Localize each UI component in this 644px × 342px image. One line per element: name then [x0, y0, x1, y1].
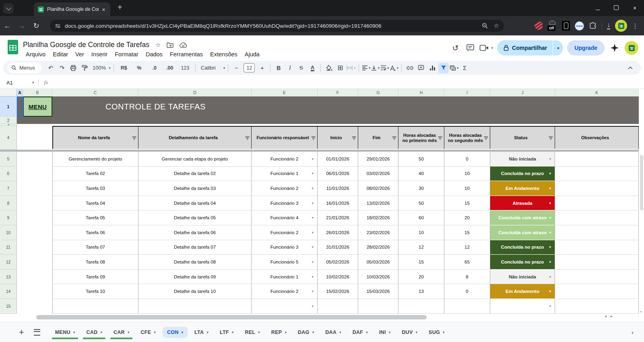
tab-close-icon[interactable]: × — [102, 6, 105, 13]
notes-cell[interactable] — [555, 270, 639, 284]
row-header-11[interactable]: 11 — [0, 240, 17, 255]
employee-cell[interactable]: Funcionário 5▾ — [252, 255, 318, 270]
notes-cell[interactable] — [555, 225, 639, 240]
fill-color-button[interactable] — [324, 63, 334, 73]
sheet-tab-cad[interactable]: CAD▾ — [82, 327, 107, 338]
sheets-logo-icon[interactable] — [7, 39, 19, 56]
header-hours-month2[interactable]: Horas alocadas no segundo mês — [444, 127, 490, 149]
start-date-cell[interactable]: 16/01/2026 — [318, 196, 358, 211]
filter-views-button[interactable]: ▾ — [450, 65, 459, 71]
move-folder-icon[interactable] — [167, 42, 173, 48]
hours-month2-cell[interactable]: 12 — [444, 240, 490, 255]
notes-cell[interactable] — [555, 284, 639, 299]
dropdown-arrow-icon[interactable]: ▾ — [549, 186, 551, 190]
sheet-tab-menu-icon[interactable]: ▾ — [339, 330, 341, 334]
column-header-e[interactable]: E — [252, 89, 318, 97]
employee-cell[interactable]: Funcionário 1▾ — [252, 167, 318, 181]
filter-icon[interactable] — [132, 134, 136, 142]
sheet-tab-dag[interactable]: DAG▾ — [293, 327, 318, 338]
end-date-cell[interactable]: 13/02/2026 — [358, 196, 398, 211]
header-status[interactable]: Status — [490, 127, 555, 149]
downloads-icon[interactable]: ↓ — [607, 22, 610, 29]
row-header-7[interactable]: 7 — [0, 181, 17, 196]
increase-decimals-button[interactable]: .00 — [163, 63, 177, 73]
sheet-tab-menu[interactable]: MENU▾ — [51, 327, 80, 338]
dropdown-arrow-icon[interactable]: ▾ — [549, 245, 551, 249]
sheet-tab-menu-icon[interactable]: ▾ — [416, 330, 418, 334]
sheet-tab-car[interactable]: CAR▾ — [109, 327, 134, 338]
dropdown-arrow-icon[interactable]: ▾ — [312, 157, 314, 161]
sheet-tab-menu-icon[interactable]: ▾ — [73, 330, 75, 334]
notes-cell[interactable] — [555, 152, 639, 167]
insert-link-button[interactable] — [405, 63, 415, 73]
filter-icon[interactable] — [392, 134, 396, 142]
hours-month1-cell[interactable]: 13 — [398, 284, 444, 299]
hours-month1-cell[interactable]: 30 — [398, 181, 444, 196]
dropdown-arrow-icon[interactable]: ▾ — [312, 260, 314, 264]
row-header-1[interactable]: 1 — [0, 97, 17, 117]
sheet-tab-rel[interactable]: REL▾ — [240, 327, 264, 338]
filter-icon[interactable] — [438, 134, 442, 142]
row-header-9[interactable]: 9 — [0, 210, 17, 225]
extension-icon[interactable] — [535, 22, 543, 30]
end-date-cell[interactable]: 28/02/2026 — [358, 240, 398, 255]
hours-month2-cell[interactable]: 65 — [444, 255, 490, 270]
dropdown-arrow-icon[interactable]: ▾ — [549, 216, 551, 220]
version-history-icon[interactable]: ↺ — [450, 43, 462, 53]
filter-icon[interactable] — [311, 134, 316, 142]
back-button[interactable]: ← — [0, 22, 14, 30]
sheet-tab-menu-icon[interactable]: ▾ — [366, 330, 368, 334]
extension-phone-icon[interactable] — [562, 21, 570, 31]
dropdown-arrow-icon[interactable]: ▾ — [549, 231, 551, 235]
dropdown-arrow-icon[interactable]: ▾ — [549, 201, 551, 205]
share-dropdown-button[interactable]: ▾ — [553, 40, 563, 56]
filter-icon[interactable] — [484, 134, 488, 142]
font-select[interactable]: Calibri ▾ — [198, 65, 225, 71]
extension-off-icon[interactable]: Off — [547, 21, 557, 31]
comments-icon[interactable] — [466, 44, 475, 52]
sheet-tab-menu-icon[interactable]: ▾ — [312, 330, 314, 334]
row-header-4[interactable]: 4 — [0, 126, 17, 150]
status-cell[interactable]: Concluída no prazo▾ — [490, 167, 555, 181]
dropdown-arrow-icon[interactable]: ▾ — [549, 304, 551, 308]
notes-cell[interactable] — [555, 255, 639, 270]
scrollbar-up-arrow[interactable]: ▴ — [640, 309, 642, 313]
sheet-tab-menu-icon[interactable]: ▾ — [154, 330, 156, 334]
document-title[interactable]: Planilha Goosgle de Controle de Tarefas — [23, 41, 149, 49]
status-cell[interactable]: Concluída com atraso▾ — [490, 210, 555, 225]
menu-dados[interactable]: Dados — [142, 50, 166, 58]
sheet-tab-daa[interactable]: DAA▾ — [321, 327, 346, 338]
status-cell[interactable]: Em Andamento▾ — [490, 284, 555, 299]
status-cell[interactable]: Não iniciada▾ — [490, 270, 555, 284]
notes-cell[interactable] — [555, 299, 639, 314]
row-header-2[interactable]: 2 — [0, 117, 17, 124]
dropdown-arrow-icon[interactable]: ▾ — [312, 304, 314, 308]
start-date-cell[interactable]: 05/02/2026 — [318, 255, 358, 270]
column-header-h[interactable]: H — [398, 89, 444, 97]
column-header-c[interactable]: C — [52, 89, 138, 97]
insert-chart-button[interactable] — [427, 63, 438, 73]
menu-link-cell[interactable]: MENU — [23, 97, 52, 117]
start-date-cell[interactable]: 11/01/2026 — [318, 181, 358, 196]
employee-cell[interactable]: Funcionário 2▾ — [252, 152, 318, 167]
task-detail-cell[interactable]: Detalhe da tarefa 08 — [138, 255, 252, 270]
notes-cell[interactable] — [555, 196, 639, 211]
header-employee[interactable]: Funcionário responsável — [252, 127, 318, 149]
start-date-cell[interactable]: 10/02/2026 — [318, 270, 358, 284]
formula-input[interactable] — [48, 76, 644, 89]
gemini-sparkle-icon[interactable] — [610, 43, 619, 52]
notes-cell[interactable] — [555, 181, 639, 196]
start-date-cell[interactable] — [318, 299, 358, 314]
task-name-cell[interactable]: Tarefa 10 — [52, 284, 138, 299]
employee-cell[interactable]: Funcionário 3▾ — [252, 196, 318, 211]
text-color-button[interactable]: A — [311, 65, 314, 71]
sheet-tab-duv[interactable]: DUV▾ — [397, 327, 422, 338]
functions-button[interactable]: Σ — [460, 63, 470, 73]
task-detail-cell[interactable]: Detalhe da tarefa 02 — [138, 167, 252, 181]
row-header-8[interactable]: 8 — [0, 196, 17, 211]
zoom-out-icon[interactable] — [482, 23, 488, 29]
merge-cells-button[interactable]: ▾ — [346, 65, 356, 71]
profile-avatar[interactable] — [615, 20, 627, 32]
start-date-cell[interactable]: 21/01/2026 — [318, 210, 358, 225]
sheet-tab-menu-icon[interactable]: ▾ — [182, 330, 184, 334]
